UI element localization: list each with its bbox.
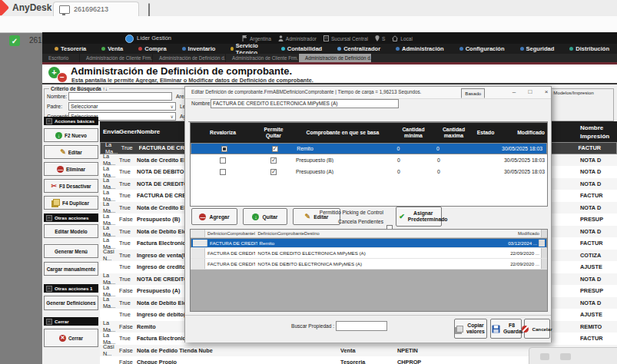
status-item: Sucursal Central	[323, 35, 368, 41]
status-item: S	[375, 35, 385, 41]
padre-select[interactable]: Seleccionar∨	[68, 102, 176, 111]
col-destino[interactable]: DefinicionComprobanteDestino	[255, 231, 507, 236]
menu-label: Seguridad	[526, 45, 555, 52]
menu-item-inventario[interactable]: Inventario	[174, 45, 224, 52]
permite-quitar-checkbox[interactable]	[270, 157, 277, 164]
button-label: F2 Nuevo	[65, 133, 87, 138]
menu-item-centralizador[interactable]: Centralizador	[330, 45, 388, 52]
menu-item-compra[interactable]: Compra	[131, 45, 174, 52]
header-cell[interactable]: Cantidad minima	[393, 127, 433, 139]
revaloriza-checkbox[interactable]	[220, 157, 226, 164]
buscar-input[interactable]	[336, 321, 387, 331]
cell: 03/12/2024 ...	[506, 240, 539, 246]
quitar-button[interactable]: ↓ Quitar	[243, 208, 287, 225]
permite-quitar-checkbox[interactable]	[270, 169, 277, 175]
close-button[interactable]: ×	[541, 88, 552, 97]
home-icon	[392, 35, 398, 41]
padre-label: Padre:	[47, 104, 62, 109]
menu-dot-icon	[231, 47, 233, 51]
basado-row[interactable]: Presupuesto (B)0030/05/2025 18:03	[191, 154, 547, 166]
collapse-icon[interactable]: −	[46, 118, 52, 124]
guardar-button[interactable]: F8 Guardar	[490, 319, 522, 339]
sidebar-button-generar-men-[interactable]: Generar Menú	[44, 244, 98, 258]
cell: Tesoreria	[338, 359, 395, 364]
sidebar-button-generar-definiciones[interactable]: Generar Definiciones	[44, 296, 98, 310]
menu-item-tesorera[interactable]: Tesorería	[47, 45, 94, 52]
destino-row[interactable]: FACTURA DE CREDIT...NOTA DE CREDITO ELEC…	[191, 248, 547, 259]
dialog-tab-basado[interactable]: Basado	[461, 88, 485, 98]
col-nombre-impresion[interactable]: Nombre Impresión	[580, 124, 617, 141]
menu-item-distribucin[interactable]: Distribución	[562, 45, 617, 52]
sidebar-button-f2-nuevo[interactable]: ↓F2 Nuevo	[44, 128, 98, 142]
cancela-label: Cancela Pendientes	[300, 219, 383, 224]
dialog-tab-modelos-impresion[interactable]: Modelos/Impresion	[549, 88, 597, 98]
menu-label: Distribución	[576, 45, 609, 52]
basado-row[interactable]: Remito0030/05/2025 18:03	[191, 143, 547, 154]
menu-dot-icon	[55, 47, 58, 51]
cell: Casi N...	[100, 343, 119, 357]
window-tab-4[interactable]: Administración de Definición d...×	[299, 54, 372, 62]
basado-row[interactable]: Presupuesto (A)0030/05/2025 18:03	[191, 166, 547, 177]
col-envia[interactable]: Envia	[100, 128, 119, 135]
scrollbar[interactable]	[541, 248, 547, 258]
sidebar-button-cerrar[interactable]: ✕Cerrar	[44, 329, 98, 347]
cell: True	[119, 157, 137, 164]
header-cell[interactable]: Estado	[474, 130, 497, 136]
header-cell[interactable]: Comprobante en que se basa	[292, 130, 393, 136]
section-header-1: −Otras acciones	[44, 213, 98, 222]
scrollbar[interactable]	[541, 259, 547, 269]
nombre-input[interactable]	[68, 92, 172, 101]
destino-row[interactable]: FACTURA DE CREDIT...NOTA DE DEBITO ELECT…	[191, 259, 547, 270]
row-selector[interactable]	[193, 240, 207, 247]
cell: False	[119, 359, 137, 364]
col-origen[interactable]: DefinicionComprobanteOri...	[205, 231, 255, 236]
permite-quitar-checkbox[interactable]	[272, 146, 278, 152]
revaloriza-checkbox[interactable]	[220, 169, 226, 175]
collapse-icon[interactable]: −	[46, 215, 52, 221]
window-tab-1[interactable]: Administración de Cliente Frm...	[80, 54, 153, 62]
anydesk-brand: AnyDesk	[12, 2, 51, 13]
menu-item-configuracin[interactable]: Configuración	[452, 45, 513, 52]
asignar-predeterminado-button[interactable]: ✔ Asignar Predeterminado	[396, 207, 442, 227]
row-selector[interactable]	[191, 248, 205, 258]
header-cell[interactable]: Cantidad maxima	[433, 127, 474, 139]
col-modificado[interactable]: Modificado	[507, 231, 541, 236]
deactivate-icon: ✂	[51, 182, 57, 190]
col-genera[interactable]: Genera	[119, 128, 137, 135]
cell: False	[119, 347, 137, 354]
sidebar-button-editar-modelo[interactable]: Editar Modelo	[44, 224, 98, 238]
sidebar-button-cargar-manualmente[interactable]: Cargar manualmente	[44, 262, 98, 276]
menu-item-administracin[interactable]: Administración	[388, 45, 452, 52]
menu-item-contabilidad[interactable]: Contabilidad	[274, 45, 330, 52]
arrow-down-circle-icon: ↓	[252, 213, 259, 220]
sidebar-button-editar[interactable]: ✎Editar	[44, 145, 98, 159]
agregar-button[interactable]: — Agregar	[191, 208, 237, 225]
scrollbar[interactable]	[539, 240, 545, 247]
header-cell[interactable]: Permite Quitar	[255, 127, 292, 139]
window-tab-0[interactable]: Escritorio	[42, 54, 80, 62]
maximize-button[interactable]: □	[525, 88, 536, 97]
menu-label: Venta	[108, 45, 123, 52]
cell: Presupuesto (B)	[292, 157, 393, 163]
menu-item-venta[interactable]: Venta	[94, 45, 131, 52]
window-tab-2[interactable]: Administración de Definición d...	[153, 54, 226, 62]
anydesk-session-tab[interactable]: 261696213	[53, 2, 139, 16]
menu-item-seguridad[interactable]: Seguridad	[513, 45, 562, 52]
sidebar-button-f3-desactivar[interactable]: ✂F3 Desactivar	[44, 179, 98, 193]
button-label: F3 Desactivar	[59, 184, 91, 189]
collapse-icon[interactable]: −	[46, 319, 52, 325]
revaloriza-checkbox[interactable]	[221, 146, 227, 152]
copiar-valores-button[interactable]: Copiar valores	[454, 319, 487, 339]
sidebar-button-eliminar[interactable]: —Eliminar	[44, 162, 98, 176]
header-cell[interactable]: Revaloriza	[191, 130, 255, 136]
header-cell[interactable]: Modificado	[497, 130, 547, 136]
minimize-button[interactable]: –	[509, 88, 519, 97]
cancelar-button[interactable]: Cancelar	[524, 319, 550, 339]
dialog-nombre-input[interactable]: FACTURA DE CREDITO ELECTRONICA MiPyMES (…	[211, 99, 399, 108]
window-tab-3[interactable]: Administración de Cliente Frm...	[226, 54, 299, 62]
row-selector[interactable]	[191, 259, 205, 269]
sidebar-button-f4-duplicar[interactable]: F4 Duplicar	[44, 196, 98, 210]
collapse-icon[interactable]: −	[46, 286, 52, 292]
destino-row[interactable]: FACTURA DE CREDIT...Remito03/12/2024 ...	[191, 238, 547, 248]
minus-circle-icon: —	[199, 213, 206, 220]
